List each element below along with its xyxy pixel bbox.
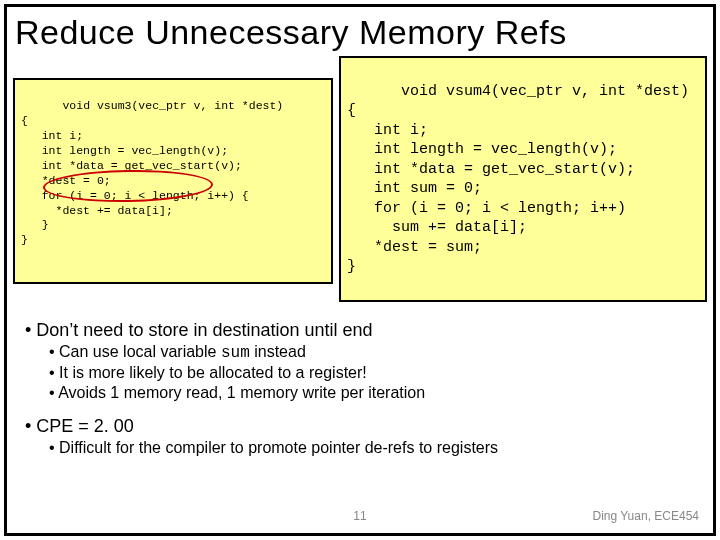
bullet-2a: Difficult for the compiler to promote po… bbox=[25, 439, 695, 457]
bullet-1a: Can use local variable sum instead bbox=[25, 343, 695, 362]
footer-credit: Ding Yuan, ECE454 bbox=[592, 509, 699, 523]
code-box-vsum4: void vsum4(vec_ptr v, int *dest) { int i… bbox=[339, 56, 707, 302]
bullet-1b: It is more likely to be allocated to a r… bbox=[25, 364, 695, 382]
bullet-1: Don’t need to store in destination until… bbox=[25, 320, 695, 341]
footer: 11 Ding Yuan, ECE454 bbox=[7, 509, 713, 523]
slide-frame: Reduce Unnecessary Memory Refs void vsum… bbox=[4, 4, 716, 536]
bullet-1a-pre: Can use local variable bbox=[59, 343, 221, 360]
bullet-1a-post: instead bbox=[250, 343, 306, 360]
bullet-2: CPE = 2. 00 bbox=[25, 416, 695, 437]
code-vsum4: void vsum4(vec_ptr v, int *dest) { int i… bbox=[347, 83, 689, 276]
code-box-vsum3: void vsum3(vec_ptr v, int *dest) { int i… bbox=[13, 78, 333, 284]
bullet-1a-code: sum bbox=[221, 344, 250, 362]
bullet-1c: Avoids 1 memory read, 1 memory write per… bbox=[25, 384, 695, 402]
page-number: 11 bbox=[353, 509, 366, 523]
bullet-area: Don’t need to store in destination until… bbox=[7, 302, 713, 457]
code-vsum3: void vsum3(vec_ptr v, int *dest) { int i… bbox=[21, 99, 283, 246]
slide-title: Reduce Unnecessary Memory Refs bbox=[7, 7, 713, 56]
code-row: void vsum3(vec_ptr v, int *dest) { int i… bbox=[7, 56, 713, 302]
